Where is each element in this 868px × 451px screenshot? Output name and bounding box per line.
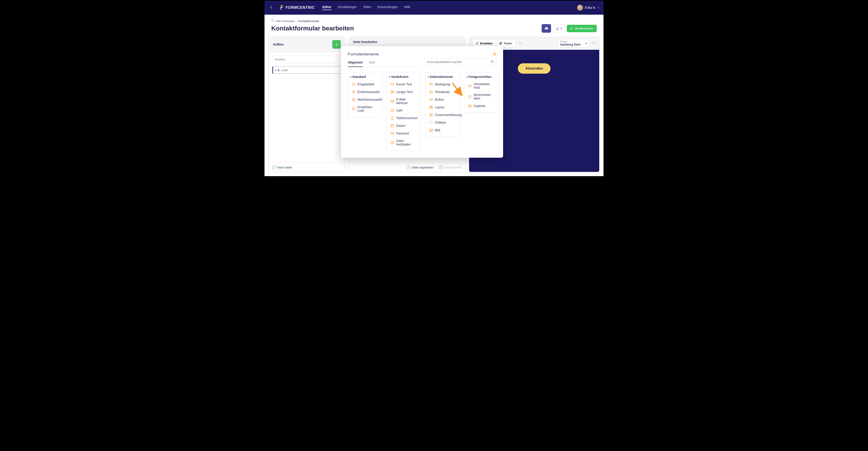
folder-icon bbox=[271, 19, 274, 23]
element-item[interactable]: Zusammenfassung bbox=[428, 111, 457, 119]
mode-create-button[interactable]: Erstellen bbox=[472, 40, 496, 47]
page-edit-title: Seite bearbeiten bbox=[353, 40, 377, 44]
page-header: Alle Formulare › Kontaktformular Kontakt… bbox=[265, 15, 603, 37]
element-icon bbox=[429, 82, 433, 86]
element-label: Dropdown-Liste bbox=[358, 105, 379, 112]
popup-tab-sets[interactable]: Sets bbox=[369, 61, 375, 67]
pin-icon[interactable] bbox=[492, 52, 497, 57]
element-label: Textabsatz bbox=[435, 90, 450, 94]
element-item[interactable]: Einfachauswahl bbox=[350, 88, 380, 96]
page-title: Kontaktformular bearbeiten bbox=[271, 25, 354, 32]
element-icon bbox=[390, 99, 394, 103]
element-item[interactable]: Layout bbox=[428, 104, 457, 111]
new-page-button[interactable]: + Neue Seite bbox=[272, 166, 292, 169]
element-icon bbox=[351, 107, 356, 111]
element-item[interactable]: Passwort bbox=[389, 130, 419, 137]
element-item[interactable]: Button bbox=[428, 96, 457, 104]
svg-rect-2 bbox=[280, 8, 282, 9]
user-menu[interactable]: Erika N. ▾ bbox=[577, 5, 599, 10]
element-label: Telefonnummer bbox=[396, 116, 418, 120]
mode-help-icon[interactable]: ? bbox=[518, 41, 522, 46]
mode-test-button[interactable]: Testen bbox=[496, 40, 515, 47]
svg-rect-42 bbox=[430, 122, 432, 124]
nav-tab-hilfe[interactable]: Hilfe bbox=[404, 5, 410, 10]
element-icon: 42 bbox=[390, 108, 394, 112]
preview-submit-button[interactable]: Absenden bbox=[518, 63, 550, 74]
nav-tab-teilen[interactable]: Teilen bbox=[363, 5, 371, 10]
elements-popup: Formularelemente Allgemein Sets ▾Standar… bbox=[341, 46, 503, 158]
search-icon bbox=[491, 60, 494, 64]
nav-tab-einsendungen[interactable]: Einsendungen bbox=[377, 5, 398, 10]
element-item[interactable]: Datei hochladen bbox=[389, 137, 419, 148]
category-column: ▾VordefiniertKurzer TextLanger TextE-Mai… bbox=[386, 72, 421, 151]
element-item[interactable]: ΣBerechneter Wert bbox=[466, 91, 496, 102]
publish-button[interactable]: Veröffentlichen bbox=[567, 25, 597, 32]
element-icon bbox=[429, 97, 433, 102]
element-item[interactable]: Kurzer Text bbox=[389, 80, 419, 88]
structure-search-input[interactable] bbox=[272, 56, 341, 63]
element-icon bbox=[390, 82, 394, 86]
top-nav: FORMCENTRIC Editor Einstellungen Teilen … bbox=[265, 1, 603, 15]
breadcrumb-root[interactable]: Alle Formulare bbox=[276, 19, 295, 23]
category-title: Seitenelemente bbox=[430, 75, 453, 79]
svg-rect-9 bbox=[352, 98, 355, 101]
mode-segment: Erstellen Testen bbox=[472, 40, 516, 47]
publish-label: Veröffentlichen bbox=[575, 27, 594, 30]
element-item[interactable]: Datum bbox=[389, 122, 419, 130]
element-icon bbox=[351, 82, 356, 86]
category-header[interactable]: ▾Seitenelemente bbox=[428, 75, 457, 79]
element-item[interactable]: Dropdown-Liste bbox=[350, 104, 380, 114]
element-item[interactable]: Mehrfachauswahl bbox=[350, 96, 380, 104]
element-icon bbox=[390, 141, 394, 145]
element-label: Fieldset bbox=[435, 121, 446, 124]
element-item[interactable]: Telefonnummer bbox=[389, 114, 419, 122]
element-label: E-Mail-Adresse bbox=[396, 97, 417, 105]
svg-text:Σ: Σ bbox=[469, 96, 470, 97]
design-help-icon[interactable]: ? bbox=[592, 41, 596, 46]
notifications-button[interactable]: 0 bbox=[553, 25, 564, 32]
element-item[interactable]: Verstecktes Feld bbox=[466, 80, 496, 91]
category-header[interactable]: ▾Fortgeschritten bbox=[466, 75, 496, 79]
element-item[interactable]: Fieldset bbox=[428, 119, 457, 126]
element-label: Zahl bbox=[396, 109, 402, 112]
category-header[interactable]: ▾Standard bbox=[350, 75, 380, 79]
popup-search-input[interactable] bbox=[424, 58, 496, 66]
element-item[interactable]: Captcha bbox=[466, 102, 496, 110]
svg-point-27 bbox=[392, 133, 392, 134]
element-item[interactable]: Langer Text bbox=[389, 88, 419, 96]
element-icon: Aa bbox=[429, 90, 433, 94]
element-item[interactable]: 42Zahl bbox=[389, 107, 419, 114]
structure-title: Aufbau bbox=[273, 43, 284, 46]
popup-tab-allgemein[interactable]: Allgemein bbox=[348, 61, 363, 67]
add-element-button[interactable]: ＋ bbox=[332, 40, 341, 49]
tree-page-item[interactable]: ▾ 1. page bbox=[272, 66, 341, 74]
category-column: ▾StandardEingabefeldEinfachauswahlMehrfa… bbox=[348, 72, 382, 117]
tree-page-name: page bbox=[282, 68, 288, 72]
element-label: Datum bbox=[396, 124, 405, 128]
element-item[interactable]: Bild bbox=[428, 126, 457, 134]
chevron-down-icon: ▾ bbox=[350, 76, 351, 78]
popup-title: Formularelemente bbox=[348, 52, 496, 57]
nav-tab-einstellungen[interactable]: Einstellungen bbox=[338, 5, 357, 10]
element-icon: Σ bbox=[468, 94, 472, 99]
element-item[interactable]: AaTextabsatz bbox=[428, 88, 457, 96]
plus-icon: + bbox=[407, 166, 411, 169]
element-item[interactable]: Eingabefeld bbox=[350, 80, 380, 88]
svg-text:42: 42 bbox=[392, 110, 393, 111]
duplicate-page-button[interactable]: + Seite duplizieren bbox=[407, 166, 434, 169]
element-item[interactable]: Bedingung bbox=[428, 80, 457, 88]
nav-tab-editor[interactable]: Editor bbox=[322, 5, 331, 10]
svg-point-4 bbox=[491, 60, 493, 62]
element-item[interactable]: E-Mail-Adresse bbox=[389, 96, 419, 107]
chevron-down-icon: ▾ bbox=[466, 76, 468, 78]
brand-logo: FORMCENTRIC bbox=[280, 5, 315, 10]
back-button[interactable] bbox=[269, 4, 275, 11]
element-label: Bedingung bbox=[435, 82, 450, 86]
design-select[interactable]: Design Hamburg Dark ▾ bbox=[558, 39, 589, 47]
svg-text:Aa: Aa bbox=[430, 91, 432, 92]
element-icon bbox=[429, 120, 433, 124]
plus-icon: + bbox=[272, 166, 276, 169]
category-header[interactable]: ▾Vordefiniert bbox=[389, 75, 419, 79]
delete-page-button[interactable]: × Seite löschen bbox=[439, 166, 462, 169]
cloud-save-button[interactable] bbox=[541, 24, 551, 33]
